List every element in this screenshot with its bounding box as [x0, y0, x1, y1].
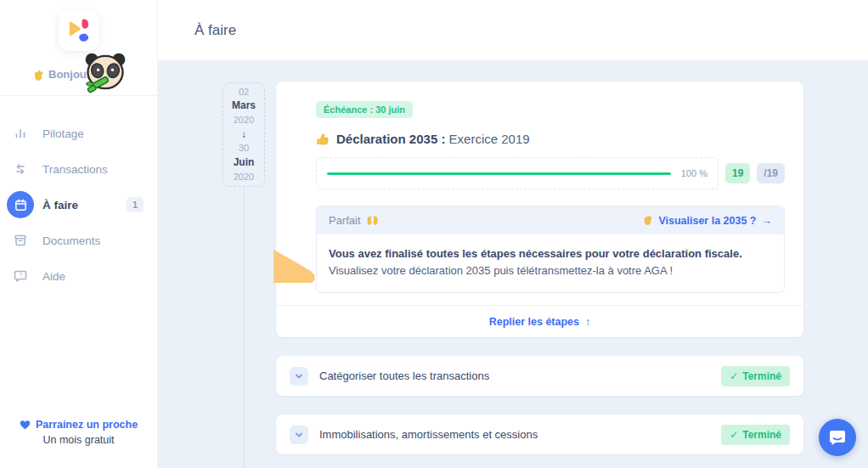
progress-bar: [327, 172, 671, 175]
chevron-down-icon: [294, 371, 304, 381]
step-row-categoriser[interactable]: Catégoriser toutes les transactions ✓ Te…: [276, 356, 803, 396]
sidebar-divider: [0, 95, 157, 96]
task-title-bold: Déclaration 2035 :: [336, 132, 445, 146]
sidebar-item-label: Transactions: [42, 163, 108, 176]
arrow-right-icon: →: [762, 215, 773, 227]
content-area: 02 Mars 2020 ↓ 30 Juin 2020 Échéance : 3…: [158, 60, 868, 468]
blue-heart-icon: [20, 420, 31, 430]
chart-bars-icon: [7, 120, 34, 147]
svg-text:?: ?: [19, 271, 22, 279]
task-title: Déclaration 2035 : Exercice 2019: [316, 132, 785, 146]
referral-subtitle: Un mois gratuit: [0, 434, 157, 446]
referral-block[interactable]: Parrainez un proche Un mois gratuit: [0, 419, 157, 446]
indy-logo-icon: [65, 16, 93, 45]
calendar-icon: [7, 191, 34, 218]
period-timeline: 02 Mars 2020 ↓ 30 Juin 2020: [223, 82, 265, 187]
expand-step-button[interactable]: [290, 426, 308, 444]
timeline-end-month: Juin: [234, 155, 255, 170]
progress-percent: 100 %: [681, 168, 707, 178]
wave-emoji-icon: [642, 215, 653, 226]
completion-message-card: Parfait Visualiser la 2035 ?: [316, 206, 785, 293]
sidebar: Bonjour C Pilotage: [0, 0, 158, 468]
chevron-down-icon: [294, 430, 304, 440]
sidebar-item-label: Pilotage: [42, 127, 84, 140]
timeline-arrow-icon: ↓: [241, 127, 246, 142]
message-line-regular: Visualisez votre déclaration 2035 puis t…: [329, 262, 772, 279]
sidebar-item-a-faire[interactable]: À faire 1: [0, 187, 157, 223]
timeline-start-year: 2020: [234, 114, 254, 127]
timeline-start-month: Mars: [232, 99, 256, 113]
panda-avatar: [82, 48, 129, 98]
chat-bubble-icon: [828, 428, 847, 447]
transfer-arrows-icon: [7, 155, 34, 183]
step-title: Immobilisations, amortissements et cessi…: [319, 428, 721, 441]
sidebar-nav: Pilotage Transactions À faire 1 Documen: [0, 116, 157, 294]
sidebar-item-label: Aide: [42, 270, 65, 283]
step-title: Catégoriser toutes les transactions: [319, 369, 721, 382]
message-line-bold: Vous avez finalisé toutes les étapes néc…: [329, 245, 772, 262]
page-title: À faire: [194, 22, 236, 39]
status-label: Terminé: [742, 370, 781, 382]
indy-logo[interactable]: [59, 10, 99, 51]
message-header: Parfait Visualiser la 2035 ?: [317, 206, 784, 234]
raised-hands-emoji-icon: [366, 215, 379, 226]
page-header: À faire: [158, 0, 868, 60]
arrow-up-icon: ↑: [585, 316, 590, 328]
sidebar-item-label: À faire: [42, 199, 78, 211]
steps-done-badge: 19: [725, 163, 750, 183]
wave-emoji-icon: [32, 70, 44, 82]
task-title-rest: Exercice 2019: [449, 132, 530, 146]
help-bubble-icon: ?: [7, 262, 34, 290]
steps-total-badge: /19: [757, 163, 785, 183]
status-badge: ✓ Terminé: [721, 366, 790, 386]
check-icon: ✓: [730, 429, 738, 441]
message-body: Vous avez finalisé toutes les étapes néc…: [317, 234, 784, 292]
app-window: Bonjour C Pilotage: [0, 0, 868, 468]
timeline-start-day: 02: [239, 86, 249, 99]
status-badge: ✓ Terminé: [721, 425, 790, 445]
main-area: À faire 02 Mars 2020 ↓ 30 Juin 2020 Éché…: [158, 0, 868, 468]
sidebar-item-pilotage[interactable]: Pilotage: [0, 116, 157, 151]
sidebar-item-transactions[interactable]: Transactions: [0, 151, 157, 187]
timeline-end-day: 30: [239, 142, 249, 155]
message-header-text: Parfait: [329, 214, 361, 227]
status-label: Terminé: [742, 429, 781, 441]
view-2035-link[interactable]: Visualiser la 2035 ? →: [642, 215, 772, 227]
check-icon: ✓: [730, 370, 738, 382]
todo-count-badge: 1: [127, 197, 144, 212]
sidebar-item-label: Documents: [42, 234, 100, 247]
view-2035-label: Visualiser la 2035 ?: [658, 215, 756, 227]
step-row-immobilisations[interactable]: Immobilisations, amortissements et cessi…: [276, 414, 803, 454]
chat-launcher-button[interactable]: [819, 419, 856, 456]
sidebar-item-aide[interactable]: ? Aide: [0, 258, 157, 294]
expand-step-button[interactable]: [290, 367, 308, 386]
progress-bar-container: 100 %: [316, 157, 719, 189]
timeline-end-year: 2020: [234, 171, 254, 184]
collapse-steps-link[interactable]: Replier les étapes ↑: [276, 306, 803, 337]
declaration-task-card: Échéance : 30 juin Déclaration 2035 : Ex…: [276, 82, 803, 337]
thumbs-up-emoji-icon: [316, 133, 330, 146]
progress-row: 100 % 19 /19: [316, 157, 785, 189]
referral-title: Parrainez un proche: [36, 419, 138, 431]
timeline-line: [244, 187, 245, 468]
due-date-badge: Échéance : 30 juin: [316, 101, 413, 118]
archive-box-icon: [7, 227, 34, 254]
collapse-steps-label: Replier les étapes: [489, 316, 579, 328]
sidebar-item-documents[interactable]: Documents: [0, 223, 157, 258]
